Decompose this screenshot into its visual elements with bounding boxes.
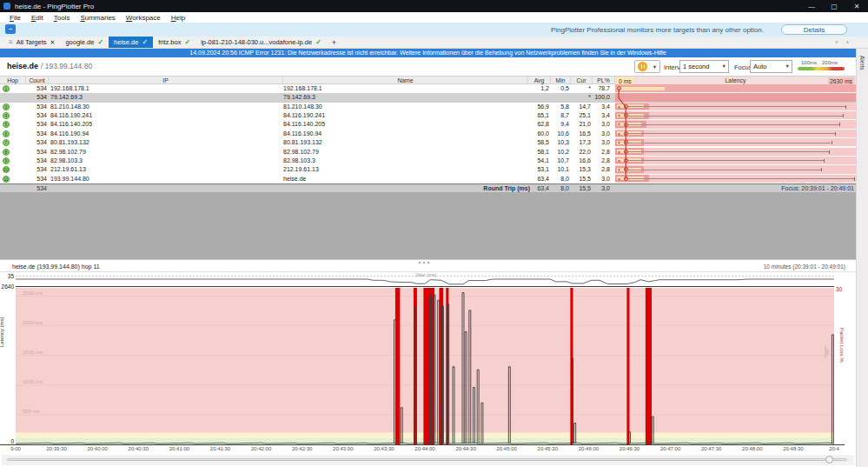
menu-item-file[interactable]: File [4, 14, 26, 22]
table-row[interactable]: 11 534 193.99.144.80 heise.de 63,4 8,0 1… [0, 175, 856, 183]
cell-name: 192.168.178.1 [283, 84, 530, 93]
tab-scroll-arrows[interactable]: ‹ › [835, 37, 868, 48]
table-row[interactable]: 9 534 82.98.103.3 82.98.103.3 54,1 10,7 … [0, 157, 856, 165]
tab-bar: ≡All Targets✕google.de✓heise.de✓fritz.bo… [0, 37, 868, 49]
tab-all-targets[interactable]: ≡All Targets✕ [3, 37, 60, 48]
cell-avg [528, 93, 549, 102]
chevron-down-icon: ▼ [785, 61, 790, 72]
tab-label: heise.de [114, 38, 138, 46]
max-latency-whisker [624, 116, 843, 117]
check-icon: ✓ [97, 38, 103, 46]
menu-item-summaries[interactable]: Summaries [75, 14, 120, 22]
menu-item-tools[interactable]: Tools [49, 14, 76, 22]
check-icon: ✓ [315, 38, 321, 46]
min-marker-icon: × [618, 111, 621, 120]
time-tick-label: 20:46:30 [620, 446, 639, 451]
tab-fritz-box[interactable]: fritz.box✓ [153, 37, 195, 48]
packet-loss-band [615, 93, 856, 101]
alerts-side-tab[interactable]: Alerts [856, 49, 868, 467]
current-latency-marker [624, 113, 628, 117]
table-row[interactable]: 6 534 84.116.190.94 84.116.190.94 60,0 1… [0, 130, 856, 138]
maximize-icon[interactable]: ▢ [823, 0, 845, 12]
max-latency-whisker [624, 106, 845, 107]
time-tick-label: 20:44:00 [414, 446, 434, 451]
cell-pl: 2,8 [593, 157, 610, 165]
pause-dropdown-arrow[interactable]: ▼ [650, 60, 660, 73]
target-name: heise.de/ 193.99.144.80 [7, 62, 92, 70]
minimize-icon[interactable]: — [800, 0, 823, 12]
close-icon[interactable]: ✕ [845, 0, 868, 12]
time-tick-label: 20:47:00 [660, 446, 680, 451]
pause-button[interactable] [634, 60, 651, 73]
add-target-button[interactable]: + [327, 37, 341, 48]
timeline-scrollbar-track[interactable] [7, 458, 847, 461]
cell-avg: 53,1 [528, 165, 549, 174]
cell-min: 10,6 [551, 130, 569, 138]
hop-number-badge: 8 [3, 149, 10, 156]
jitter-mini-graph: Jitter (ms) [16, 272, 834, 287]
table-row[interactable]: 4 534 84.116.190.241 84.116.190.241 65,1… [0, 111, 856, 120]
time-tick-label: 20:46:00 [579, 446, 599, 451]
cell-min: 10,1 [551, 165, 569, 174]
graph-time-range: 10 minutes (20:39:01 - 20:49:01) [764, 264, 845, 270]
table-row[interactable]: 10 534 212.19.61.13 212.19.61.13 53,1 10… [0, 165, 856, 174]
timeline-scrollbar[interactable] [2, 455, 854, 465]
pingplotter-window: heise.de - PingPlotter Pro — ▢ ✕ FileEdi… [0, 0, 868, 467]
workspace-gap [0, 192, 856, 259]
table-row[interactable]: 7 534 80.81.193.132 80.81.193.132 58,5 1… [0, 138, 856, 147]
cell-ip: 84.116.190.241 [50, 111, 282, 120]
all-targets-icon: ≡ [9, 38, 13, 46]
cell-name: 79.142.69.3 [283, 93, 530, 102]
cell-name: 84.116.190.94 [283, 130, 530, 138]
packet-loss-axis-max: 30 [836, 286, 842, 292]
cell-min [551, 93, 569, 102]
min-marker-icon: × [618, 165, 621, 174]
menu-item-help[interactable]: Help [166, 14, 190, 22]
focus-select[interactable]: Auto▼ [750, 60, 792, 73]
latency-timeline-graph[interactable]: 2500 ms2000 ms1500 ms1000 ms500 ms [16, 288, 834, 444]
table-row[interactable]: 534 79.142.69.3 79.142.69.3 * 100,0 [0, 93, 856, 102]
latency-color-legend [798, 67, 845, 70]
cell-cur: 15,3 [571, 165, 591, 174]
interval-value: 1 second [683, 63, 709, 70]
interval-select[interactable]: 1 second▼ [679, 60, 729, 73]
min-marker-icon: × [618, 103, 621, 111]
tab-label: google.de [65, 38, 94, 46]
promo-message: PingPlotter Professional monitors more t… [551, 26, 764, 34]
cell-ip: 212.19.61.13 [50, 165, 282, 174]
max-latency-tick [854, 177, 855, 181]
min-marker-icon: × [618, 120, 621, 129]
cell-avg: 58,1 [528, 148, 549, 157]
details-button[interactable]: Details [781, 24, 847, 35]
cell-min: 10,3 [551, 138, 569, 147]
table-row[interactable]: 5 534 84.116.140.205 84.116.140.205 62,8… [0, 120, 856, 129]
table-row[interactable]: 1 534 192.168.178.1 192.168.178.1 1,2 0,… [0, 84, 856, 93]
cell-ip: 192.168.178.1 [50, 84, 282, 93]
menu-item-workspace[interactable]: Workspace [121, 14, 166, 22]
tab-close-icon[interactable]: ✕ [50, 39, 56, 46]
tab-heise-de[interactable]: heise.de✓ [109, 37, 153, 48]
time-tick-label: 20:44:30 [455, 446, 475, 451]
focus-value: Auto [753, 63, 766, 70]
expand-right-handle-icon[interactable] [825, 345, 830, 359]
cell-cur: 16,6 [571, 157, 591, 165]
tab-ip-081-210-148-030-u-vodafone-ip-de[interactable]: ip-081-210-148-030.u...vodafone-ip.de✓ [195, 37, 327, 48]
grid-value-label: 1500 ms [23, 350, 43, 355]
tab-label: All Targets [17, 38, 47, 46]
cell-cur: 15,5 [571, 175, 591, 183]
cell-pl: 3,4 [593, 111, 610, 120]
cell-pl: 3,4 [593, 103, 610, 111]
table-row[interactable]: 8 534 82.98.102.79 82.98.102.79 58,1 10,… [0, 148, 856, 157]
cell-pl: 78,7 [593, 84, 610, 93]
cell-min: 10,2 [551, 148, 569, 157]
cell-ip: 84.116.190.94 [50, 130, 282, 138]
cell-latency-graph [615, 93, 856, 102]
table-row[interactable]: 3 534 81.210.148.30 81.210.148.30 56,9 5… [0, 103, 856, 111]
timeline-scrollbar-thumb[interactable] [825, 456, 833, 464]
menu-item-edit[interactable]: Edit [26, 14, 49, 22]
time-tick-label: 9:00 [10, 446, 21, 451]
tab-google-de[interactable]: google.de✓ [60, 37, 109, 48]
cell-count: 534 [24, 84, 47, 93]
cell-pl: 100,0 [593, 93, 610, 102]
hop-number-badge: 4 [3, 112, 10, 119]
